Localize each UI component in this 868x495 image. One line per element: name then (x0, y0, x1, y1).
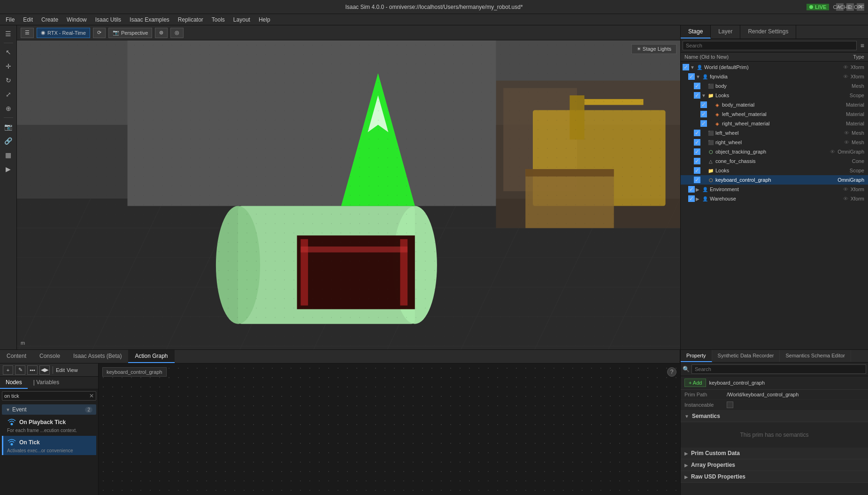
prim-custom-data-section-header[interactable]: ▶ Prim Custom Data (681, 448, 868, 459)
menu-item-isaac-utils[interactable]: Isaac Utils (92, 15, 125, 24)
stage-filter-icon[interactable]: ≡ (859, 42, 866, 49)
array-properties-section-header[interactable]: ▶ Array Properties (681, 459, 868, 471)
eye-object-tracking[interactable]: 👁 (830, 149, 837, 155)
menu-item-isaac-examples[interactable]: Isaac Examples (126, 15, 173, 24)
semantics-section-header[interactable]: ▼ Semantics (681, 410, 868, 422)
eye-right-wheel[interactable]: 👁 (844, 139, 852, 145)
tab-isaac-assets[interactable]: Isaac Assets (Beta) (67, 350, 128, 363)
tree-row-looks[interactable]: ✓ ▼ 📁 Looks Scope (681, 91, 868, 100)
hamburger-btn[interactable]: ☰ (21, 28, 34, 38)
toolbar-play-btn[interactable]: ▶ (2, 162, 15, 176)
tree-row-cone-chassis[interactable]: ✓ △ cone_for_chassis Cone (681, 156, 868, 166)
tree-row-warehouse[interactable]: ✓ ▶ 👤 Warehouse 👁 Xform (681, 194, 868, 203)
tab-content[interactable]: Content (0, 350, 33, 363)
expand-world[interactable]: ▼ (690, 65, 696, 70)
edit-node-btn[interactable]: ✎ (15, 365, 25, 375)
edit-btn[interactable]: Edit (56, 367, 65, 373)
tree-check-object-tracking[interactable]: ✓ (694, 148, 700, 155)
menu-item-file[interactable]: File (2, 15, 18, 24)
instanceable-checkbox[interactable] (727, 402, 733, 408)
tab-property[interactable]: Property (681, 350, 712, 362)
stage-search-input[interactable] (683, 41, 857, 50)
tree-row-looks2[interactable]: ✓ 📁 Looks Scope (681, 166, 868, 175)
tree-row-environment[interactable]: ✓ ▶ 👤 Environment 👁 Xform (681, 185, 868, 194)
node-search-input[interactable] (4, 393, 89, 399)
tree-check-right-wheel[interactable]: ✓ (694, 139, 700, 146)
toolbar-camera-btn[interactable]: 📷 (2, 120, 15, 133)
expand-fqnvidia[interactable]: ▼ (696, 74, 701, 79)
tab-variables[interactable]: | Variables (28, 377, 65, 389)
clear-search-btn[interactable]: ✕ (89, 393, 94, 399)
toolbar-grid-btn[interactable]: ▦ (2, 148, 15, 162)
tree-row-body[interactable]: ✓ ⬛ body Mesh (681, 81, 868, 91)
tree-check-left-wheel[interactable]: ✓ (694, 130, 700, 136)
tab-console[interactable]: Console (33, 350, 67, 363)
tab-semantics-schema[interactable]: Semantics Schema Editor (780, 350, 851, 362)
toolbar-scale-btn[interactable]: ⤢ (2, 88, 15, 101)
toolbar-rotate-btn[interactable]: ↻ (2, 74, 15, 87)
expand-environment[interactable]: ▶ (696, 187, 701, 192)
display-btn[interactable]: ◎ (170, 28, 184, 38)
tree-row-fqnvidia[interactable]: ✓ ▼ 👤 fqnvidia 👁 Xform (681, 72, 868, 81)
expand-warehouse[interactable]: ▶ (696, 196, 701, 201)
expand-looks[interactable]: ▼ (701, 93, 707, 98)
tab-layer[interactable]: Layer (711, 25, 740, 39)
eye-world[interactable]: 👁 (843, 64, 851, 70)
more-btn[interactable]: ••• (27, 365, 38, 375)
toolbar-snap-btn[interactable]: 🔗 (2, 134, 15, 147)
tree-check-looks2[interactable]: ✓ (694, 167, 700, 174)
tree-check-warehouse[interactable]: ✓ (688, 195, 695, 202)
toolbar-universal-btn[interactable]: ⊕ (2, 102, 15, 115)
view-btn[interactable]: View (67, 367, 78, 373)
add-property-btn[interactable]: + Add (684, 379, 706, 387)
tab-render-settings[interactable]: Render Settings (740, 25, 796, 39)
tree-check-left-wheel-material[interactable]: ✓ (700, 111, 707, 117)
tree-check-fqnvidia[interactable]: ✓ (688, 73, 695, 80)
refresh-btn[interactable]: ⟳ (93, 28, 106, 38)
tree-check-environment[interactable]: ✓ (688, 186, 695, 193)
add-node-btn[interactable]: + (3, 365, 13, 375)
node-on-playback-tick[interactable]: On Playback Tick For each frame ...ecuti… (2, 416, 96, 435)
menu-item-help[interactable]: Help (255, 15, 274, 24)
props-search-input[interactable] (691, 364, 866, 374)
tree-row-world[interactable]: ✓ ▼ 👤 World (defaultPrim) 👁 Xform (681, 62, 868, 72)
tree-check-looks[interactable]: ✓ (694, 92, 700, 99)
rtx-btn[interactable]: ◉ RTX - Real-Time (37, 28, 90, 38)
eye-left-wheel[interactable]: 👁 (844, 130, 852, 136)
tree-check-world[interactable]: ✓ (683, 64, 689, 70)
menu-item-replicator[interactable]: Replicator (174, 15, 207, 24)
menu-item-layout[interactable]: Layout (230, 15, 254, 24)
stage-lights-btn[interactable]: ☀ Stage Lights (631, 44, 676, 54)
toolbar-move-btn[interactable]: ✛ (2, 60, 15, 73)
tree-row-right-wheel[interactable]: ✓ ⬛ right_wheel 👁 Mesh (681, 138, 868, 147)
node-on-tick[interactable]: On Tick Activates exec...or convenience (2, 436, 96, 455)
tree-row-body-material[interactable]: ✓ ◈ body_material Material (681, 100, 868, 109)
menu-item-window[interactable]: Window (63, 15, 91, 24)
tree-row-left-wheel-material[interactable]: ✓ ◈ left_wheel_material Material (681, 109, 868, 119)
eye-warehouse[interactable]: 👁 (843, 196, 851, 201)
tree-row-object-tracking[interactable]: ✓ ⬡ object_tracking_graph 👁 OmniGraph (681, 147, 868, 156)
toolbar-select-btn[interactable]: ↖ (2, 46, 15, 59)
tree-check-keyboard-control[interactable]: ✓ (694, 177, 700, 183)
viewport[interactable]: ☀ Stage Lights m (17, 40, 680, 349)
tree-row-right-wheel-material[interactable]: ✓ ◈ right_wheel_material Material (681, 119, 868, 128)
tree-check-right-wheel-material[interactable]: ✓ (700, 120, 707, 127)
tree-check-cone-chassis[interactable]: ✓ (694, 158, 700, 164)
menu-item-create[interactable]: Create (38, 15, 62, 24)
graph-area[interactable]: keyboard_control_graph ? (99, 364, 680, 495)
raw-usd-section-header[interactable]: ▶ Raw USD Properties (681, 471, 868, 483)
tab-synthetic-data[interactable]: Synthetic Data Recorder (712, 350, 780, 362)
tab-nodes[interactable]: Nodes (0, 377, 28, 389)
nav-btn[interactable]: ⊚ (155, 28, 168, 38)
tab-stage[interactable]: Stage (681, 25, 711, 39)
tree-row-keyboard-control[interactable]: ✓ ⬡ keyboard_control_graph OmniGraph (681, 175, 868, 185)
camera-btn[interactable]: 📷 Perspective (108, 28, 152, 38)
nav-btn[interactable]: ◀▶ (39, 365, 50, 375)
help-button[interactable]: ? (667, 367, 676, 377)
tree-check-body[interactable]: ✓ (694, 83, 700, 89)
toolbar-menu-btn[interactable]: ☰ (2, 27, 15, 40)
menu-item-tools[interactable]: Tools (208, 15, 229, 24)
eye-environment[interactable]: 👁 (843, 186, 851, 192)
event-group-header[interactable]: ▼ Event 2 (2, 404, 96, 415)
tree-check-body-material[interactable]: ✓ (700, 101, 707, 108)
